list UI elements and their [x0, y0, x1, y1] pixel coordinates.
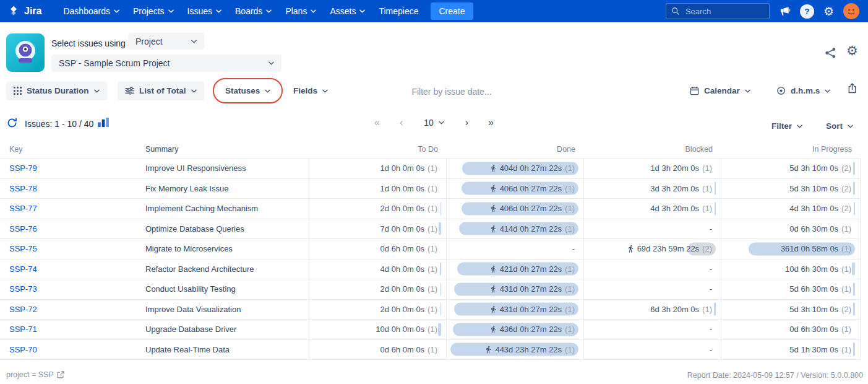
issue-key-link[interactable]: SSP-72 [9, 305, 37, 314]
cell-inprogress: 5d 3h 10m 0s(2) [721, 158, 861, 178]
duration-value: 436d 0h 27m 22s [500, 325, 562, 334]
export-button[interactable] [848, 83, 857, 95]
cell-done: 404d 0h 27m 22s(1) [447, 158, 584, 178]
duration-value: 5d 3h 10m 0s [789, 164, 838, 173]
duration-bar [714, 303, 716, 316]
search-input[interactable] [684, 6, 761, 17]
duration-value: 7d 0h 0m 0s [380, 224, 425, 233]
project-dropdown[interactable]: SSP - Sample Scrum Project [51, 55, 281, 72]
duration-bar [440, 303, 441, 316]
share-icon [825, 47, 836, 59]
feedback-megaphone-icon[interactable] [779, 6, 791, 17]
status-count: (2) [702, 244, 712, 253]
admin-gear-icon[interactable]: ⚙ [823, 6, 834, 17]
duration-value: 0d 6h 0m 0s [380, 345, 425, 354]
settings-gear-icon[interactable]: ⚙ [846, 44, 858, 57]
nav-item-issues[interactable]: Issues [181, 0, 228, 22]
share-button[interactable] [825, 47, 836, 61]
nav-item-projects[interactable]: Projects [126, 0, 181, 22]
cell-done: 414d 0h 27m 22s(1) [447, 219, 584, 239]
duration-value: 5d 1h 30m 0s [789, 345, 838, 354]
cell-summary: Fix Memory Leak Issue [136, 178, 309, 199]
status-count: (1) [841, 244, 851, 253]
chart-view-button[interactable] [97, 117, 110, 129]
status-count: (1) [841, 345, 851, 354]
filter-button[interactable]: Filter [764, 116, 810, 136]
table-row-SSP-72: SSP-72Improve Data Visualization2d 0h 0m… [0, 299, 861, 320]
duration-value: 1d 3h 20m 0s [650, 164, 699, 173]
issue-key-link[interactable]: SSP-73 [9, 284, 37, 294]
issue-key-link[interactable]: SSP-76 [9, 224, 37, 233]
fields-button[interactable]: Fields [286, 81, 335, 100]
duration-bar [440, 263, 441, 276]
help-icon[interactable]: ? [800, 4, 814, 19]
duration-value: - [710, 284, 712, 294]
issue-source-dropdown[interactable]: Project [128, 33, 204, 50]
issue-key-link[interactable]: SSP-79 [9, 164, 37, 173]
duration-value: - [710, 345, 712, 354]
last-page-button[interactable]: » [486, 116, 496, 129]
date-filter-input[interactable]: Filter by issue date... [371, 87, 532, 97]
statuses-button[interactable]: Statuses [218, 81, 278, 100]
duration-value: 3d 3h 20m 0s [650, 184, 699, 193]
issue-key-link[interactable]: SSP-74 [9, 264, 37, 274]
status-count: (1) [702, 305, 712, 314]
issue-key-link[interactable]: SSP-71 [9, 325, 37, 334]
duration-value: 404d 0h 27m 22s [500, 164, 562, 173]
create-button[interactable]: Create [431, 2, 473, 20]
running-status-icon [489, 265, 497, 273]
running-status-icon [489, 204, 497, 212]
cell-blocked: - [584, 319, 721, 339]
table-row-SSP-76: SSP-76Optimize Database Queries7d 0h 0m … [0, 219, 861, 239]
chevron-down-icon [359, 9, 365, 13]
cell-summary: Upgrade Database Driver [136, 319, 309, 339]
nav-item-plans[interactable]: Plans [278, 0, 323, 22]
next-page-button[interactable]: › [463, 116, 471, 129]
prev-page-button[interactable]: ‹ [397, 116, 405, 129]
view-mode-button[interactable]: Status Duration [6, 81, 107, 100]
status-count: (1) [428, 345, 437, 354]
nav-item-timepiece[interactable]: Timepiece [372, 0, 425, 22]
cell-summary: Migrate to Microservices [136, 238, 309, 259]
external-link-button[interactable] [57, 371, 64, 378]
nav-item-assets[interactable]: Assets [323, 0, 372, 22]
duration-bar [439, 222, 441, 235]
cell-summary: Implement Caching Mechanism [136, 198, 309, 219]
issue-key-link[interactable]: SSP-70 [9, 345, 37, 354]
cell-summary: Improve Data Visualization [136, 299, 309, 320]
calendar-button[interactable]: Calendar [682, 81, 758, 100]
grid-icon [14, 87, 22, 95]
nav-item-dashboards[interactable]: Dashboards [56, 0, 126, 22]
status-count: (1) [428, 224, 437, 233]
jira-logo[interactable]: Jira [7, 5, 41, 17]
issue-key-link[interactable]: SSP-75 [9, 244, 37, 253]
cell-done: 431d 0h 27m 22s(1) [447, 279, 584, 299]
cell-inprogress: 361d 0h 58m 0s(1) [721, 238, 861, 259]
jql-filter-label: project = SSP [6, 370, 54, 379]
table-row-SSP-77: SSP-77Implement Caching Mechanism2d 0h 0… [0, 198, 861, 219]
refresh-button[interactable] [7, 118, 17, 130]
duration-value: 2d 0h 0m 0s [380, 204, 425, 213]
duration-value: 1d 0h 0m 0s [380, 164, 425, 173]
chevron-down-icon [266, 9, 272, 13]
duration-bar [440, 202, 441, 215]
nav-item-boards[interactable]: Boards [228, 0, 278, 22]
first-page-button[interactable]: « [372, 116, 382, 129]
refresh-icon [7, 118, 17, 128]
duration-value: 431d 0h 27m 22s [500, 305, 562, 314]
issue-key-link[interactable]: SSP-78 [9, 184, 37, 193]
duration-value: 0d 6h 30m 0s [789, 224, 838, 233]
cell-todo: 7d 0h 0m 0s(1) [309, 219, 447, 239]
table-row-SSP-74: SSP-74Refactor Backend Architecture4d 0h… [0, 259, 861, 279]
footer-left: project = SSP [6, 370, 64, 379]
status-count: (1) [702, 184, 712, 193]
cell-key: SSP-78 [0, 178, 136, 199]
page-size-dropdown[interactable]: 10 [420, 117, 448, 128]
time-format-button[interactable]: d.h.m.s [769, 81, 838, 100]
issue-key-link[interactable]: SSP-77 [9, 204, 37, 213]
list-type-button[interactable]: List of Total [118, 81, 204, 100]
search-box[interactable] [666, 3, 770, 19]
nav-item-label: Assets [330, 6, 356, 16]
user-avatar[interactable] [843, 3, 859, 19]
sort-button[interactable]: Sort [819, 116, 861, 136]
